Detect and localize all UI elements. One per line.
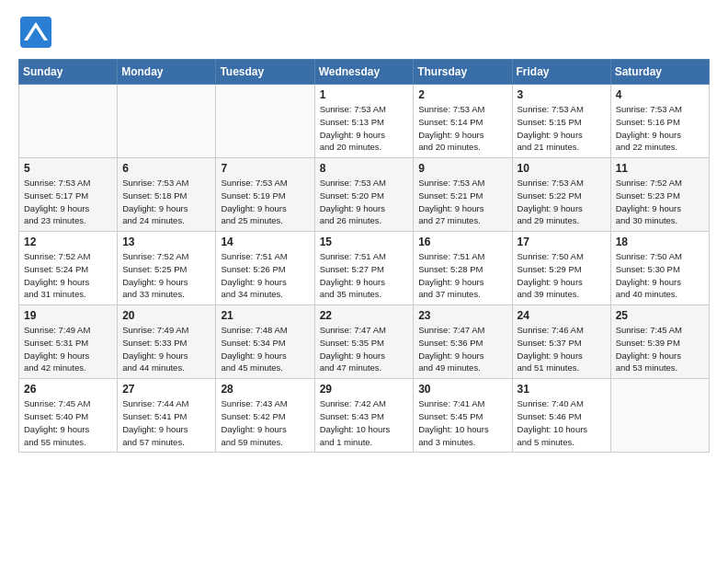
calendar-header-row: SundayMondayTuesdayWednesdayThursdayFrid… (19, 60, 710, 85)
day-info: Sunrise: 7:52 AM Sunset: 5:25 PM Dayligh… (122, 250, 210, 301)
calendar-week-row: 19Sunrise: 7:49 AM Sunset: 5:31 PM Dayli… (19, 305, 710, 379)
day-number: 26 (24, 383, 112, 396)
day-info: Sunrise: 7:41 AM Sunset: 5:45 PM Dayligh… (418, 397, 506, 448)
day-number: 7 (221, 162, 309, 175)
day-number: 21 (221, 309, 309, 322)
calendar-cell: 31Sunrise: 7:40 AM Sunset: 5:46 PM Dayli… (512, 379, 610, 453)
calendar-cell: 3Sunrise: 7:53 AM Sunset: 5:15 PM Daylig… (512, 85, 610, 158)
day-info: Sunrise: 7:53 AM Sunset: 5:22 PM Dayligh… (518, 177, 606, 227)
day-info: Sunrise: 7:47 AM Sunset: 5:35 PM Dayligh… (320, 324, 409, 374)
day-info: Sunrise: 7:50 AM Sunset: 5:30 PM Dayligh… (616, 250, 704, 301)
day-info: Sunrise: 7:53 AM Sunset: 5:14 PM Dayligh… (418, 103, 506, 154)
day-number: 10 (518, 162, 606, 175)
day-info: Sunrise: 7:53 AM Sunset: 5:21 PM Dayligh… (418, 177, 506, 227)
day-info: Sunrise: 7:45 AM Sunset: 5:39 PM Dayligh… (616, 324, 704, 374)
calendar-cell: 11Sunrise: 7:52 AM Sunset: 5:23 PM Dayli… (610, 158, 709, 232)
calendar-cell: 12Sunrise: 7:52 AM Sunset: 5:24 PM Dayli… (19, 232, 118, 305)
calendar-day-header: Friday (512, 60, 610, 85)
calendar-day-header: Wednesday (314, 60, 414, 85)
calendar-cell (118, 85, 216, 158)
day-info: Sunrise: 7:53 AM Sunset: 5:15 PM Dayligh… (518, 103, 606, 154)
calendar-cell: 20Sunrise: 7:49 AM Sunset: 5:33 PM Dayli… (118, 305, 216, 379)
day-number: 12 (24, 236, 112, 248)
calendar-cell (216, 85, 314, 158)
calendar-cell (19, 85, 118, 158)
calendar-cell (610, 379, 709, 453)
calendar-cell: 10Sunrise: 7:53 AM Sunset: 5:22 PM Dayli… (512, 158, 610, 232)
calendar-cell: 22Sunrise: 7:47 AM Sunset: 5:35 PM Dayli… (314, 305, 414, 379)
calendar-cell: 17Sunrise: 7:50 AM Sunset: 5:29 PM Dayli… (512, 232, 610, 305)
day-info: Sunrise: 7:46 AM Sunset: 5:37 PM Dayligh… (518, 324, 606, 374)
calendar-cell: 15Sunrise: 7:51 AM Sunset: 5:27 PM Dayli… (314, 232, 414, 305)
day-number: 23 (418, 309, 506, 322)
logo-icon (18, 15, 53, 50)
calendar-cell: 18Sunrise: 7:50 AM Sunset: 5:30 PM Dayli… (610, 232, 709, 305)
calendar-cell: 30Sunrise: 7:41 AM Sunset: 5:45 PM Dayli… (414, 379, 512, 453)
calendar-cell: 5Sunrise: 7:53 AM Sunset: 5:17 PM Daylig… (19, 158, 118, 232)
calendar-cell: 25Sunrise: 7:45 AM Sunset: 5:39 PM Dayli… (610, 305, 709, 379)
day-number: 1 (320, 88, 409, 101)
day-number: 11 (616, 162, 704, 175)
calendar-week-row: 5Sunrise: 7:53 AM Sunset: 5:17 PM Daylig… (19, 158, 710, 232)
calendar-cell: 9Sunrise: 7:53 AM Sunset: 5:21 PM Daylig… (414, 158, 512, 232)
day-info: Sunrise: 7:52 AM Sunset: 5:23 PM Dayligh… (616, 177, 704, 227)
calendar-day-header: Sunday (19, 60, 118, 85)
calendar-week-row: 26Sunrise: 7:45 AM Sunset: 5:40 PM Dayli… (19, 379, 710, 453)
day-info: Sunrise: 7:53 AM Sunset: 5:17 PM Dayligh… (24, 177, 112, 227)
calendar-cell: 21Sunrise: 7:48 AM Sunset: 5:34 PM Dayli… (216, 305, 314, 379)
day-number: 13 (122, 236, 210, 248)
day-number: 20 (122, 309, 210, 322)
logo (18, 15, 57, 50)
day-info: Sunrise: 7:49 AM Sunset: 5:33 PM Dayligh… (122, 324, 210, 374)
calendar-cell: 26Sunrise: 7:45 AM Sunset: 5:40 PM Dayli… (19, 379, 118, 453)
day-number: 3 (518, 88, 606, 101)
day-number: 14 (221, 236, 309, 248)
calendar-cell: 19Sunrise: 7:49 AM Sunset: 5:31 PM Dayli… (19, 305, 118, 379)
calendar-week-row: 1Sunrise: 7:53 AM Sunset: 5:13 PM Daylig… (19, 85, 710, 158)
day-number: 31 (518, 383, 606, 396)
calendar-cell: 4Sunrise: 7:53 AM Sunset: 5:16 PM Daylig… (610, 85, 709, 158)
day-number: 2 (418, 88, 506, 101)
calendar-day-header: Saturday (610, 60, 709, 85)
calendar-day-header: Thursday (414, 60, 512, 85)
day-number: 24 (518, 309, 606, 322)
calendar-cell: 13Sunrise: 7:52 AM Sunset: 5:25 PM Dayli… (118, 232, 216, 305)
day-number: 15 (320, 236, 409, 248)
calendar-cell: 8Sunrise: 7:53 AM Sunset: 5:20 PM Daylig… (314, 158, 414, 232)
day-number: 27 (122, 383, 210, 396)
calendar-cell: 7Sunrise: 7:53 AM Sunset: 5:19 PM Daylig… (216, 158, 314, 232)
day-number: 9 (418, 162, 506, 175)
day-info: Sunrise: 7:53 AM Sunset: 5:20 PM Dayligh… (320, 177, 409, 227)
day-number: 8 (320, 162, 409, 175)
day-number: 28 (221, 383, 309, 396)
calendar-cell: 1Sunrise: 7:53 AM Sunset: 5:13 PM Daylig… (314, 85, 414, 158)
day-info: Sunrise: 7:42 AM Sunset: 5:43 PM Dayligh… (320, 397, 409, 448)
day-info: Sunrise: 7:51 AM Sunset: 5:27 PM Dayligh… (320, 250, 409, 301)
day-info: Sunrise: 7:40 AM Sunset: 5:46 PM Dayligh… (518, 397, 606, 448)
calendar-cell: 24Sunrise: 7:46 AM Sunset: 5:37 PM Dayli… (512, 305, 610, 379)
day-number: 30 (418, 383, 506, 396)
day-number: 6 (122, 162, 210, 175)
day-number: 16 (418, 236, 506, 248)
calendar-day-header: Monday (118, 60, 216, 85)
day-number: 29 (320, 383, 409, 396)
day-info: Sunrise: 7:44 AM Sunset: 5:41 PM Dayligh… (122, 397, 210, 448)
day-info: Sunrise: 7:49 AM Sunset: 5:31 PM Dayligh… (24, 324, 112, 374)
day-number: 17 (518, 236, 606, 248)
day-number: 5 (24, 162, 112, 175)
calendar-day-header: Tuesday (216, 60, 314, 85)
day-number: 22 (320, 309, 409, 322)
day-info: Sunrise: 7:51 AM Sunset: 5:26 PM Dayligh… (221, 250, 309, 301)
day-info: Sunrise: 7:53 AM Sunset: 5:16 PM Dayligh… (616, 103, 704, 154)
day-number: 4 (616, 88, 704, 101)
calendar-cell: 28Sunrise: 7:43 AM Sunset: 5:42 PM Dayli… (216, 379, 314, 453)
day-info: Sunrise: 7:47 AM Sunset: 5:36 PM Dayligh… (418, 324, 506, 374)
calendar-table: SundayMondayTuesdayWednesdayThursdayFrid… (18, 59, 710, 453)
day-info: Sunrise: 7:53 AM Sunset: 5:18 PM Dayligh… (122, 177, 210, 227)
day-info: Sunrise: 7:52 AM Sunset: 5:24 PM Dayligh… (24, 250, 112, 301)
day-number: 19 (24, 309, 112, 322)
day-info: Sunrise: 7:45 AM Sunset: 5:40 PM Dayligh… (24, 397, 112, 448)
calendar-cell: 27Sunrise: 7:44 AM Sunset: 5:41 PM Dayli… (118, 379, 216, 453)
day-info: Sunrise: 7:51 AM Sunset: 5:28 PM Dayligh… (418, 250, 506, 301)
calendar-week-row: 12Sunrise: 7:52 AM Sunset: 5:24 PM Dayli… (19, 232, 710, 305)
